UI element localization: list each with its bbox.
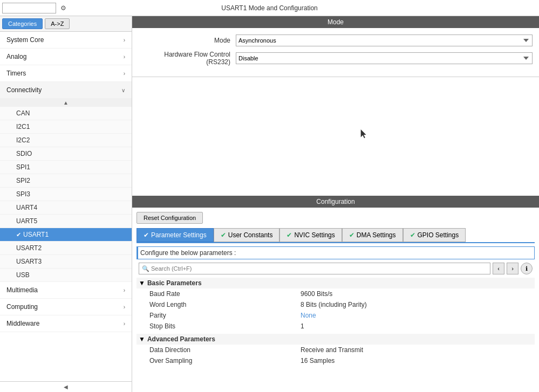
param-value: 16 Samples bbox=[301, 357, 335, 365]
nav-prev-button[interactable]: ‹ bbox=[493, 263, 504, 274]
tab-label: DMA Settings bbox=[357, 231, 396, 239]
tab-dma-settings[interactable]: ✔ DMA Settings bbox=[342, 228, 403, 242]
sidebar-item-spi1[interactable]: SPI1 bbox=[0, 161, 132, 174]
tab-gpio-settings[interactable]: ✔ GPIO Settings bbox=[403, 228, 466, 242]
sidebar-item-spi3[interactable]: SPI3 bbox=[0, 188, 132, 201]
param-value: Receive and Transmit bbox=[301, 346, 363, 354]
sidebar-item-i2c2[interactable]: I2C2 bbox=[0, 134, 132, 147]
sidebar-item-label: Analog bbox=[6, 53, 26, 60]
sidebar-item-connectivity[interactable]: Connectivity ∨ bbox=[0, 82, 132, 99]
hwfc-label: Hardware Flow Control (RS232) bbox=[139, 51, 236, 66]
sidebar-item-usart1[interactable]: ✔ USART1 bbox=[0, 228, 132, 242]
sidebar-item-usb[interactable]: USB bbox=[0, 269, 132, 282]
chevron-right-icon: › bbox=[124, 304, 125, 310]
param-value-link[interactable]: None bbox=[301, 312, 316, 319]
info-button[interactable]: ℹ bbox=[521, 263, 533, 274]
param-row-parity: Parity None bbox=[137, 310, 535, 321]
sidebar-item-uart5[interactable]: UART5 bbox=[0, 215, 132, 228]
param-value: 8 Bits (including Parity) bbox=[301, 301, 367, 308]
connectivity-sub-list: CAN I2C1 I2C2 SDIO SPI1 SPI2 SPI3 UART4 … bbox=[0, 107, 132, 282]
collapse-arrow-icon: ▼ bbox=[139, 335, 145, 343]
tab-label: GPIO Settings bbox=[418, 231, 459, 239]
tab-a-to-z[interactable]: A->Z bbox=[45, 18, 70, 29]
sidebar-item-uart4[interactable]: UART4 bbox=[0, 201, 132, 215]
tab-check-icon: ✔ bbox=[286, 231, 292, 239]
config-content: Reset Configuration ✔ Parameter Settings… bbox=[132, 208, 539, 392]
param-name: Over Sampling bbox=[149, 357, 301, 365]
sidebar-item-label: Computing bbox=[6, 303, 38, 311]
param-row-word-length: Word Length 8 Bits (including Parity) bbox=[137, 299, 535, 310]
param-name: Data Direction bbox=[149, 346, 301, 354]
nav-next-button[interactable]: › bbox=[507, 263, 518, 274]
param-name: Parity bbox=[149, 312, 301, 319]
gear-icon[interactable]: ⚙ bbox=[58, 3, 68, 13]
sidebar-item-label: Timers bbox=[6, 70, 26, 77]
basic-parameters-label: Basic Parameters bbox=[147, 279, 202, 287]
sidebar-item-label: USART1 bbox=[23, 231, 49, 238]
param-row-stop-bits: Stop Bits 1 bbox=[137, 321, 535, 332]
basic-parameters-group: ▼ Basic Parameters Baud Rate 9600 Bits/s… bbox=[137, 278, 535, 332]
config-section-header: Configuration bbox=[132, 196, 539, 208]
basic-parameters-header[interactable]: ▼ Basic Parameters bbox=[137, 278, 535, 288]
advanced-parameters-label: Advanced Parameters bbox=[147, 335, 215, 343]
sidebar-item-can[interactable]: CAN bbox=[0, 107, 132, 120]
top-search-input[interactable] bbox=[2, 3, 56, 13]
sidebar-item-spi2[interactable]: SPI2 bbox=[0, 174, 132, 188]
chevron-right-icon: › bbox=[124, 71, 125, 77]
sidebar-item-timers[interactable]: Timers › bbox=[0, 65, 132, 82]
param-value: 1 bbox=[301, 322, 304, 330]
top-bar-search-area: ⚙ bbox=[0, 0, 70, 16]
sidebar-item-middleware[interactable]: Middleware › bbox=[0, 315, 132, 332]
advanced-parameters-header[interactable]: ▼ Advanced Parameters bbox=[137, 334, 535, 345]
param-search-row: 🔍 ‹ › ℹ bbox=[137, 263, 535, 274]
tab-check-icon: ✔ bbox=[144, 231, 149, 239]
param-name: Stop Bits bbox=[149, 322, 301, 330]
param-search-input[interactable] bbox=[139, 263, 490, 274]
sidebar-item-sdio[interactable]: SDIO bbox=[0, 147, 132, 161]
param-row-over-sampling: Over Sampling 16 Samples bbox=[137, 355, 535, 366]
chevron-right-icon: › bbox=[124, 37, 125, 43]
scroll-indicator: ▲ bbox=[0, 99, 132, 107]
tab-parameter-settings[interactable]: ✔ Parameter Settings bbox=[137, 228, 214, 242]
param-row-data-direction: Data Direction Receive and Transmit bbox=[137, 345, 535, 355]
tab-user-constants[interactable]: ✔ User Constants bbox=[214, 228, 280, 242]
content-area: Mode Mode Asynchronous Synchronous Hardw… bbox=[132, 16, 539, 392]
mode-section: Mode Asynchronous Synchronous Hardware F… bbox=[132, 28, 539, 77]
sidebar-item-analog[interactable]: Analog › bbox=[0, 49, 132, 65]
reset-configuration-button[interactable]: Reset Configuration bbox=[137, 212, 203, 224]
collapse-arrow-icon: ▼ bbox=[139, 279, 145, 287]
up-arrow-icon: ▲ bbox=[63, 100, 69, 106]
top-bar-title: USART1 Mode and Configuration bbox=[221, 4, 318, 12]
sidebar-item-system-core[interactable]: System Core › bbox=[0, 32, 132, 49]
sidebar-item-computing[interactable]: Computing › bbox=[0, 299, 132, 315]
tab-label: Parameter Settings bbox=[151, 231, 207, 239]
advanced-parameters-group: ▼ Advanced Parameters Data Direction Rec… bbox=[137, 334, 535, 366]
search-icon: 🔍 bbox=[142, 265, 149, 272]
param-value: 9600 Bits/s bbox=[301, 290, 332, 298]
sidebar-item-usart3[interactable]: USART3 bbox=[0, 255, 132, 269]
sidebar-item-multimedia[interactable]: Multimedia › bbox=[0, 282, 132, 299]
sidebar-item-i2c1[interactable]: I2C1 bbox=[0, 120, 132, 134]
param-row-baud-rate: Baud Rate 9600 Bits/s bbox=[137, 288, 535, 299]
sidebar: Categories A->Z System Core › Analog › T… bbox=[0, 16, 132, 392]
configure-label: Configure the below parameters : bbox=[137, 246, 535, 259]
sidebar-list: System Core › Analog › Timers › Connecti… bbox=[0, 32, 132, 381]
tab-categories[interactable]: Categories bbox=[2, 18, 43, 29]
checkmark-icon: ✔ bbox=[16, 231, 21, 238]
mode-select[interactable]: Asynchronous Synchronous bbox=[236, 35, 533, 46]
tab-check-icon: ✔ bbox=[349, 231, 354, 239]
mode-section-header: Mode bbox=[132, 16, 539, 28]
collapse-icon[interactable]: ◀ bbox=[64, 384, 68, 390]
param-name: Word Length bbox=[149, 301, 301, 308]
mode-row-mode: Mode Asynchronous Synchronous bbox=[139, 35, 533, 46]
param-name: Baud Rate bbox=[149, 290, 301, 298]
sidebar-item-label: Multimedia bbox=[6, 286, 38, 294]
sidebar-item-label: System Core bbox=[6, 36, 44, 44]
sidebar-item-usart2[interactable]: USART2 bbox=[0, 242, 132, 255]
hwfc-select[interactable]: Disable CTS Only bbox=[236, 52, 533, 64]
tab-nvic-settings[interactable]: ✔ NVIC Settings bbox=[279, 228, 342, 242]
sidebar-tabs: Categories A->Z bbox=[0, 16, 132, 32]
sidebar-item-label: Middleware bbox=[6, 320, 39, 327]
tab-check-icon: ✔ bbox=[410, 231, 415, 239]
mode-label: Mode bbox=[139, 37, 236, 44]
